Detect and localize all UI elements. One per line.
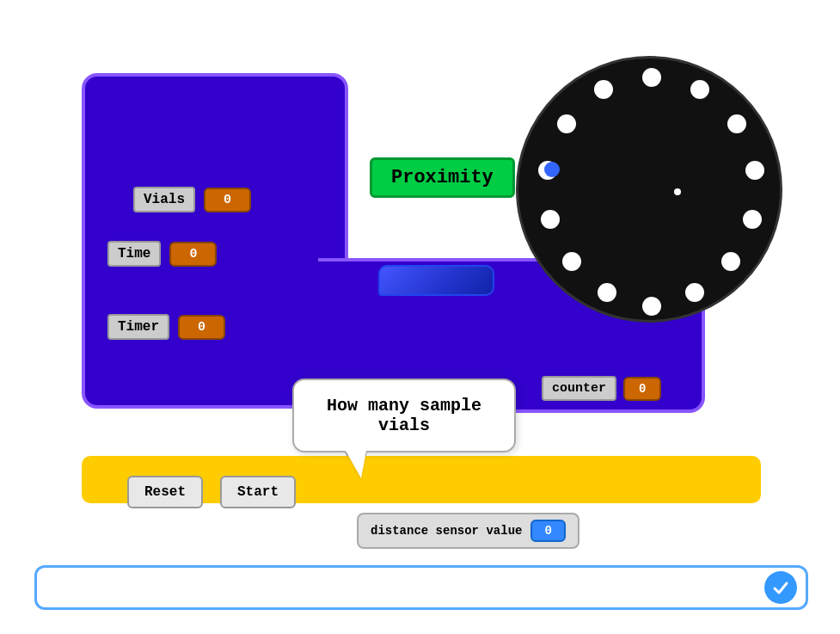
sensor-circle	[516, 56, 782, 323]
vials-row: Vials 0	[133, 187, 251, 212]
vials-label: Vials	[133, 187, 195, 212]
svg-point-8	[598, 283, 616, 302]
svg-point-14	[674, 188, 681, 195]
timer-row: Timer 0	[107, 314, 225, 340]
distance-sensor-value: 0	[530, 520, 565, 542]
svg-point-2	[727, 114, 746, 133]
timer-label: Timer	[107, 314, 169, 340]
proximity-button[interactable]: Proximity	[370, 157, 515, 198]
counter-row: counter 0	[542, 376, 661, 401]
tooltip-bubble: How many sample vials	[292, 379, 516, 452]
bottom-input-container	[34, 565, 808, 610]
time-value: 0	[169, 242, 217, 267]
svg-point-12	[557, 114, 576, 133]
time-row: Time 0	[107, 241, 217, 267]
counter-value: 0	[623, 377, 661, 401]
distance-sensor-row: distance sensor value 0	[357, 513, 579, 549]
svg-point-0	[642, 68, 661, 87]
svg-point-6	[685, 283, 704, 302]
svg-point-3	[745, 161, 764, 180]
bottom-input[interactable]	[46, 580, 764, 595]
svg-point-7	[642, 297, 661, 316]
sensor-dot-blue	[544, 162, 560, 177]
distance-sensor-label: distance sensor value	[371, 524, 522, 538]
check-icon	[771, 578, 790, 597]
svg-point-1	[690, 80, 709, 99]
svg-point-13	[594, 80, 613, 99]
svg-point-4	[743, 210, 762, 229]
svg-point-5	[721, 252, 740, 271]
vials-value: 0	[204, 188, 251, 212]
svg-point-9	[562, 252, 581, 271]
reset-button[interactable]: Reset	[127, 476, 203, 508]
start-button[interactable]: Start	[220, 476, 296, 508]
svg-point-10	[541, 210, 560, 229]
sensor-bar	[378, 265, 494, 296]
tooltip-text: How many sample vials	[327, 396, 481, 435]
counter-label: counter	[542, 376, 616, 401]
time-label: Time	[107, 241, 161, 267]
sensor-dots-svg	[518, 58, 785, 325]
timer-value: 0	[178, 315, 225, 340]
check-button[interactable]	[764, 571, 797, 604]
